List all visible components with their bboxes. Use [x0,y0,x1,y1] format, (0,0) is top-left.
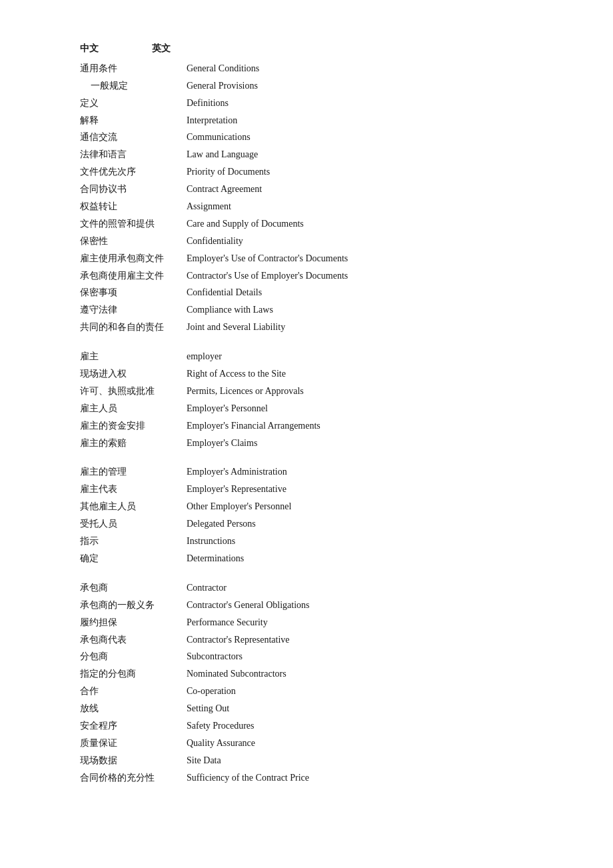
entry-en: Sufficiency of the Contract Price [187,769,309,787]
list-item: 确定Determinations [80,550,533,567]
entry-zh: 承包商 [80,579,187,597]
entry-zh: 合作 [80,683,187,700]
list-item: 合作Co-operation [80,683,533,700]
list-item: 指示Instrunctions [80,533,533,550]
entry-zh: 通用条件 [80,60,187,77]
entry-en: Contractor's General Obligations [187,597,309,614]
section-gap [80,336,533,348]
entry-en: General Conditions [187,60,259,77]
list-item: 合同协议书Contract Agreement [80,181,533,198]
entry-en: Contractor's Representative [187,631,290,649]
list-item: 定义Definitions [80,95,533,112]
entry-en: Contractor's Use of Employer's Documents [187,267,348,285]
list-item: 质量保证Quality Assurance [80,735,533,752]
entry-zh: 遵守法律 [80,301,187,319]
entry-zh: 分包商 [80,648,187,665]
entry-zh: 权益转让 [80,198,187,215]
entry-en: Quality Assurance [187,735,255,752]
entry-zh: 文件的照管和提供 [80,215,187,233]
list-item: 解释Interpretation [80,112,533,129]
list-item: 安全程序Safety Procedures [80,717,533,735]
entry-en: Care and Supply of Documents [187,215,304,233]
entry-en: Employer's Administration [187,463,287,481]
entry-zh: 现场进入权 [80,365,187,383]
entry-zh: 雇主的资金安排 [80,417,187,435]
entry-zh: 保密性 [80,233,187,250]
entry-zh: 确定 [80,550,187,567]
entry-zh: 文件优先次序 [80,163,187,181]
list-item: 履约担保Performance Security [80,614,533,631]
entry-zh: 许可、执照或批准 [80,383,187,400]
list-item: 放线Setting Out [80,700,533,717]
list-item: 权益转让Assignment [80,198,533,215]
list-item: 共同的和各自的责任Joint and Several Liability [80,319,533,336]
list-item: 承包商的一般义务Contractor's General Obligations [80,597,533,614]
entry-en: Subcontractors [187,648,243,665]
list-item: 许可、执照或批准Permits, Licences or Approvals [80,383,533,400]
entry-en: Determinations [187,550,244,567]
list-item: 分包商Subcontractors [80,648,533,665]
entry-en: Permits, Licences or Approvals [187,383,304,400]
list-item: 雇主的资金安排Employer's Financial Arrangements [80,417,533,435]
list-item: 现场进入权Right of Access to the Site [80,365,533,383]
entry-zh: 质量保证 [80,735,187,752]
list-item: 雇主人员Employer's Personnel [80,400,533,417]
entry-zh: 放线 [80,700,187,717]
list-item: 雇主的管理Employer's Administration [80,463,533,481]
entry-en: Confidential Details [187,284,262,301]
entry-zh: 通信交流 [80,129,187,146]
header-row: 中文 英文 [80,40,533,57]
list-item: 其他雇主人员Other Employer's Personnel [80,498,533,515]
entry-zh: 定义 [80,95,187,112]
entry-en: Employer's Financial Arrangements [187,417,320,435]
entry-zh: 承包商的一般义务 [80,597,187,614]
list-item: 受托人员Delegated Persons [80,515,533,533]
entry-en: Safety Procedures [187,717,254,735]
entry-en: Employer's Claims [187,435,257,452]
entry-zh: 承包商使用雇主文件 [80,267,187,285]
entry-zh: 雇主 [80,348,187,365]
entry-en: Contract Agreement [187,181,262,198]
entry-en: Joint and Several Liability [187,319,285,336]
list-item: 承包商Contractor [80,579,533,597]
section-gap [80,451,533,463]
entry-zh: 合同协议书 [80,181,187,198]
list-item: 雇主使用承包商文件Employer's Use of Contractor's … [80,250,533,267]
entry-en: Site Data [187,752,221,769]
entry-zh: 共同的和各自的责任 [80,319,187,336]
entry-zh: 合同价格的充分性 [80,769,187,787]
list-item: 雇主代表Employer's Representative [80,481,533,498]
entry-zh: 解释 [80,112,187,129]
entry-zh: 法律和语言 [80,146,187,163]
entry-en: Setting Out [187,700,229,717]
list-item: 承包商代表Contractor's Representative [80,631,533,649]
entry-en: Performance Security [187,614,268,631]
list-item: 文件的照管和提供Care and Supply of Documents [80,215,533,233]
list-item: 承包商使用雇主文件Contractor's Use of Employer's … [80,267,533,285]
list-item: 通用条件General Conditions [80,60,533,77]
entry-en: Employer's Personnel [187,400,268,417]
list-item: 保密事项Confidential Details [80,284,533,301]
list-item: 一般规定General Provisions [80,77,533,95]
entry-en: Priority of Documents [187,163,270,181]
entry-zh: 一般规定 [80,77,187,95]
list-item: 保密性Confidentiality [80,233,533,250]
entry-en: Interpretation [187,112,237,129]
entry-zh: 现场数据 [80,752,187,769]
list-item: 雇主的索赔Employer's Claims [80,435,533,452]
entry-zh: 雇主的索赔 [80,435,187,452]
entry-en: Assignment [187,198,231,215]
list-item: 遵守法律Compliance with Laws [80,301,533,319]
entry-zh: 保密事项 [80,284,187,301]
list-item: 现场数据Site Data [80,752,533,769]
entry-zh: 雇主代表 [80,481,187,498]
entry-zh: 履约担保 [80,614,187,631]
entry-en: Contractor [187,579,227,597]
entry-en: Confidentiality [187,233,243,250]
entry-zh: 其他雇主人员 [80,498,187,515]
list-item: 法律和语言Law and Language [80,146,533,163]
list-item: 合同价格的充分性Sufficiency of the Contract Pric… [80,769,533,787]
list-item: 雇主employer [80,348,533,365]
entry-en: General Provisions [187,77,258,95]
entry-zh: 受托人员 [80,515,187,533]
